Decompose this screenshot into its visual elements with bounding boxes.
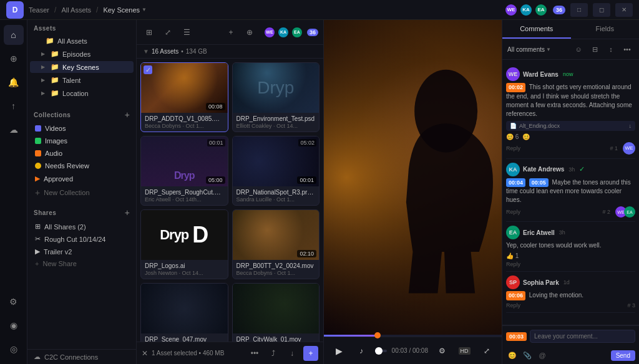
share-btn[interactable]: ⤴ <box>266 346 281 361</box>
share-trailer[interactable]: ▶ Trailer v2 <box>30 246 134 257</box>
comment-timecode-end[interactable]: 00:05 <box>529 178 549 188</box>
video-seekbar[interactable] <box>324 335 502 337</box>
comment-item: WE Ward Evans now 00:02 This shot gets v… <box>506 64 635 159</box>
c2c-connections[interactable]: ☁ C2C Connections <box>27 349 136 364</box>
video-scrubber[interactable] <box>374 332 381 338</box>
video-area[interactable] <box>324 20 502 335</box>
collection-videos[interactable]: Videos <box>30 123 134 134</box>
comment-author: Eric Atwell <box>523 229 555 236</box>
asset-card[interactable]: 02:10 DRP_B00TT_V2_0024.mov Becca Dobyns… <box>232 209 320 279</box>
asset-card[interactable]: DRP_CityWalk_01.mov Becca Dobyns · Oct 1… <box>232 283 320 342</box>
comments-list: WE Ward Evans now 00:02 This shot gets v… <box>502 60 639 325</box>
reply-btn[interactable]: Reply <box>506 261 520 267</box>
tree-key-scenes[interactable]: ▶ 📁 Key Scenes <box>30 61 134 73</box>
nav-bell[interactable]: 🔔 <box>4 72 24 92</box>
nav-upload[interactable]: ↑ <box>4 96 24 116</box>
comments-filter-dropdown[interactable]: All comments ▼ <box>507 46 551 53</box>
share-rough-cut[interactable]: ✂ Rough Cut 10/14/24 <box>30 233 134 245</box>
asset-card[interactable]: 00:01 05:02 DRP_NationalSpot_R3.prproj S… <box>232 136 320 206</box>
collection-images[interactable]: Images <box>30 135 134 146</box>
breadcrumb-all-assets[interactable]: All Assets <box>61 6 91 14</box>
nav-home[interactable]: ⌂ <box>4 25 24 45</box>
asset-card[interactable]: ✓ 00:08 DRP_ADDTQ_V1_0085.mov Becca Doby… <box>140 62 228 132</box>
progress-handle[interactable] <box>375 347 383 355</box>
tab-fields[interactable]: Fields <box>571 20 640 39</box>
video-progress-bar[interactable] <box>375 350 387 352</box>
tree-talent[interactable]: ▶ 📁 Talent <box>30 74 134 86</box>
emoji-input-btn[interactable]: 😊 <box>506 349 519 362</box>
comment-input[interactable] <box>530 330 635 343</box>
new-share-btn[interactable]: + New Share <box>30 258 134 269</box>
tree-all-assets[interactable]: 📁 All Assets <box>30 35 134 47</box>
nav-cloud[interactable]: ☁ <box>4 120 24 140</box>
comment-header: SP Sophia Park 1d <box>506 275 635 289</box>
add-btn[interactable]: + <box>223 25 238 40</box>
reaction-smile[interactable]: 😊 6 <box>506 133 519 140</box>
mention-btn[interactable]: @ <box>536 349 549 362</box>
quality-btn[interactable]: HD <box>456 342 473 360</box>
search-btn[interactable]: ⊕ <box>242 25 257 40</box>
collection-dot <box>35 138 41 144</box>
comment-timecode[interactable]: 00:06 <box>506 291 525 300</box>
expand-btn[interactable]: ⤢ <box>160 25 175 40</box>
collection-audio[interactable]: Audio <box>30 148 134 159</box>
assets-panel: Assets 📁 All Assets ▶ 📁 Episodes ▶ 📁 Key… <box>27 20 137 364</box>
grid-panel: ⊞ ⤢ ☰ + ⊕ WE KA EA 36 ▼ 16 Assets • 134 … <box>137 20 324 364</box>
reply-btn[interactable]: Reply <box>506 302 520 309</box>
comment-avatar: EA <box>506 226 520 239</box>
breadcrumb-teaser[interactable]: Teaser <box>29 6 49 14</box>
attachment-btn[interactable]: 📎 <box>521 349 534 362</box>
send-comment-btn[interactable]: Send <box>611 350 635 361</box>
cut-icon: ✂ <box>35 235 41 243</box>
download-btn[interactable]: ↓ <box>285 346 300 361</box>
sort-btn[interactable]: ↕ <box>604 42 618 56</box>
asset-card[interactable]: Dryp DRP_Environment_Test.psd Elliott Co… <box>232 62 320 132</box>
add-collection-btn[interactable]: + <box>125 110 130 120</box>
window-btn-3[interactable]: ✕ <box>615 3 633 17</box>
nav-circle[interactable]: ◎ <box>4 339 24 359</box>
nav-settings[interactable]: ⚙ <box>4 292 24 312</box>
asset-card[interactable]: DRP_Scene_047.mov Eric Atwell · Oct 12..… <box>140 283 228 342</box>
add-to-panel-btn[interactable]: + <box>303 346 318 361</box>
filter-btn[interactable]: ⊟ <box>588 42 602 56</box>
comment-timecode[interactable]: 00:04 <box>506 178 525 188</box>
nav-user[interactable]: ◉ <box>4 315 24 335</box>
volume-button[interactable]: ♪ <box>353 342 370 360</box>
reaction-thumbs[interactable]: 👍 1 <box>506 252 519 259</box>
collection-needs-review[interactable]: Needs Review <box>30 160 134 171</box>
asset-thumbnail: Dryp 05:00 00:01 <box>141 136 228 186</box>
share-all[interactable]: ⊞ All Shares (2) <box>30 221 134 232</box>
more-btn[interactable]: ••• <box>620 42 634 56</box>
settings-btn[interactable]: ⚙ <box>433 342 451 360</box>
asset-card[interactable]: Dryp 05:00 00:01 DRP_Supers_RoughCut.aep… <box>140 136 228 206</box>
sort-btn[interactable]: ☰ <box>179 25 194 40</box>
more-options-btn[interactable]: ••• <box>247 346 262 361</box>
tree-location[interactable]: ▶ 📁 Location <box>30 87 134 99</box>
fullscreen-btn[interactable]: ⤢ <box>478 342 495 360</box>
comment-attachment[interactable]: 📄 Alt_Ending.docx ↓ <box>506 121 635 131</box>
window-btn-1[interactable]: □ <box>570 3 588 17</box>
breadcrumb-key-scenes[interactable]: Key Scenes ▼ <box>103 6 147 14</box>
grid-avatars: WE KA EA <box>263 26 303 39</box>
tab-comments[interactable]: Comments <box>502 20 571 39</box>
comment-timecode[interactable]: 00:02 <box>506 83 525 92</box>
asset-card[interactable]: Dryp D DRP_Logos.ai Josh Newton · Oct 14… <box>140 209 228 279</box>
asset-duration: 02:10 <box>297 250 316 257</box>
download-icon[interactable]: ↓ <box>629 123 632 129</box>
grid-view-btn[interactable]: ⊞ <box>142 25 157 40</box>
add-share-btn[interactable]: + <box>125 208 130 218</box>
new-collection-btn[interactable]: + New Collection <box>30 186 134 199</box>
emoji-btn[interactable]: ☺ <box>572 42 585 56</box>
close-selection-icon[interactable]: ✕ <box>142 349 148 358</box>
comment-reactions: 👍 1 <box>506 252 635 259</box>
nav-search[interactable]: ⊕ <box>4 49 24 69</box>
reply-btn[interactable]: Reply <box>506 209 520 215</box>
reaction-add[interactable]: 😊 <box>522 133 530 140</box>
collection-approved[interactable]: ▶ Approved <box>30 173 134 184</box>
reply-btn[interactable]: Reply <box>506 145 520 151</box>
plus-icon: + <box>35 260 39 267</box>
play-button[interactable]: ▶ <box>330 342 348 360</box>
window-btn-2[interactable]: ◻ <box>593 3 610 17</box>
tree-episodes[interactable]: ▶ 📁 Episodes <box>30 48 134 60</box>
comments-tabs: Comments Fields <box>502 20 639 39</box>
